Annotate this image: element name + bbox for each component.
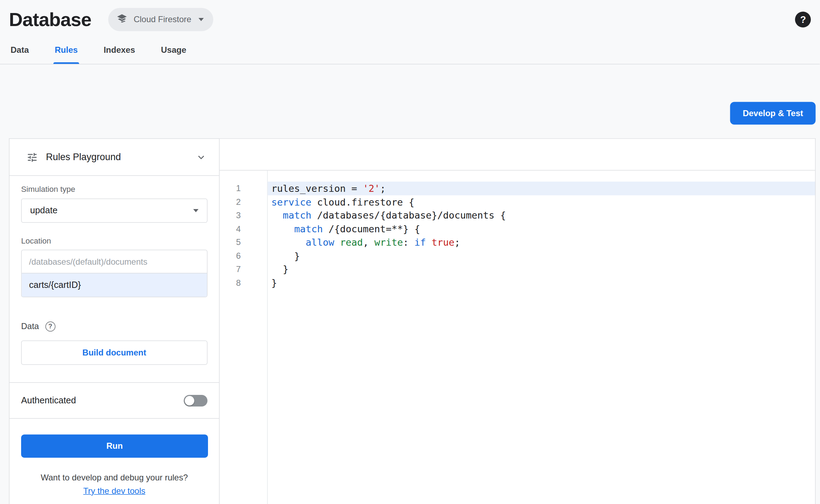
data-help-icon[interactable]: ? [45, 321, 56, 332]
run-button[interactable]: Run [21, 435, 208, 458]
toolbar-row: Develop & Test [0, 64, 820, 125]
location-prefix: /databases/(default)/documents [22, 250, 207, 273]
line-number: 2 [220, 195, 241, 208]
page-title: Database [9, 8, 92, 31]
playground-form: Simulation type update Location /databas… [10, 176, 219, 383]
code-line[interactable]: match /databases/{database}/documents { [268, 209, 815, 222]
tab-rules-label: Rules [55, 45, 78, 55]
content-area: Develop & Test Rules Playground Simulati… [0, 64, 820, 504]
firestore-icon [116, 12, 128, 27]
code-line[interactable]: } [268, 249, 815, 262]
location-input[interactable] [22, 273, 207, 297]
help-icon: ? [800, 14, 806, 25]
code-line[interactable]: match /{document=**} { [268, 222, 815, 235]
toggle-knob [185, 396, 194, 405]
data-row: Data ? [21, 321, 208, 332]
code-line[interactable]: allow read, write: if true; [268, 235, 815, 249]
playground-header[interactable]: Rules Playground [10, 139, 219, 176]
line-number: 3 [220, 209, 241, 222]
data-label: Data [21, 322, 39, 331]
develop-test-button[interactable]: Develop & Test [730, 102, 816, 125]
tab-usage[interactable]: Usage [159, 36, 188, 64]
line-numbers: 12345678 [220, 171, 268, 504]
line-number: 5 [220, 235, 241, 249]
line-number: 1 [220, 182, 241, 195]
authenticated-toggle[interactable] [184, 395, 208, 406]
location-group: /databases/(default)/documents [21, 250, 208, 297]
authenticated-label: Authenticated [21, 395, 76, 406]
line-number: 7 [220, 263, 241, 276]
page-header: Database Cloud Firestore ? [0, 0, 820, 36]
code-content[interactable]: rules_version = '2';service cloud.firest… [268, 171, 815, 504]
chevron-down-icon [199, 18, 204, 21]
tab-data-label: Data [11, 45, 29, 55]
collapse-chevron-icon[interactable] [196, 152, 207, 162]
devtools-link[interactable]: Try the dev tools [10, 486, 219, 496]
editor-toolbar [220, 139, 815, 171]
devtools-question: Want to develop and debug your rules? [10, 473, 219, 483]
product-chip-label: Cloud Firestore [134, 15, 191, 24]
code-line[interactable]: service cloud.firestore { [268, 195, 815, 208]
code-line[interactable]: rules_version = '2'; [268, 182, 815, 195]
line-number: 6 [220, 249, 241, 262]
tab-indexes-label: Indexes [103, 45, 135, 55]
help-button[interactable]: ? [795, 12, 811, 27]
select-arrow-icon [193, 209, 198, 212]
location-label: Location [21, 236, 208, 246]
simulation-type-select[interactable]: update [21, 199, 208, 223]
authenticated-row: Authenticated [10, 383, 219, 419]
simulation-type-value: update [30, 206, 58, 216]
build-document-button[interactable]: Build document [21, 341, 208, 365]
tune-icon [26, 151, 38, 163]
line-number: 4 [220, 222, 241, 235]
tab-indexes[interactable]: Indexes [102, 36, 137, 64]
app-root: Database Cloud Firestore ? Data Rules In… [0, 0, 820, 504]
rules-card: Rules Playground Simulation type update … [9, 138, 816, 504]
simulation-type-label: Simulation type [21, 184, 208, 194]
product-chip[interactable]: Cloud Firestore [108, 8, 214, 31]
line-number: 8 [220, 276, 241, 289]
editor-body: 12345678 rules_version = '2';service clo… [220, 171, 815, 504]
playground-panel: Rules Playground Simulation type update … [10, 139, 220, 504]
tab-bar: Data Rules Indexes Usage [0, 36, 820, 64]
playground-title: Rules Playground [46, 152, 121, 163]
code-line[interactable]: } [268, 276, 815, 289]
tab-usage-label: Usage [161, 45, 186, 55]
tab-rules[interactable]: Rules [53, 36, 79, 64]
tab-data[interactable]: Data [9, 36, 31, 64]
editor-panel: 12345678 rules_version = '2';service clo… [220, 139, 815, 504]
code-line[interactable]: } [268, 263, 815, 276]
